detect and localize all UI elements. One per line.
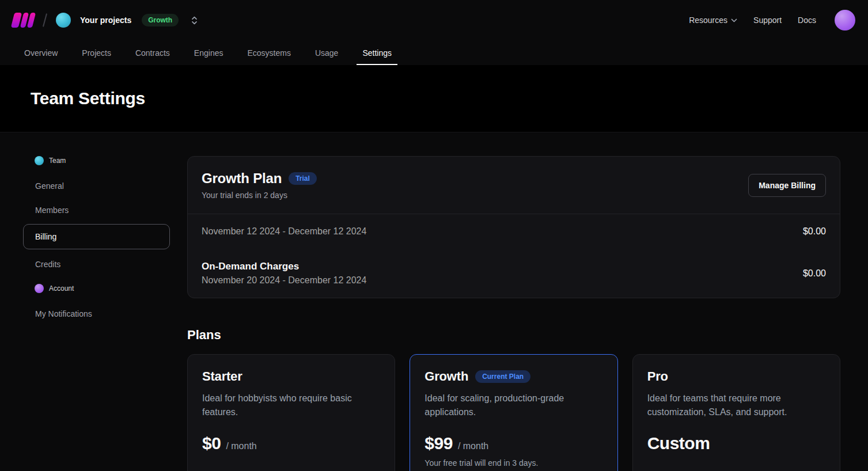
resources-menu[interactable]: Resources [689,16,737,25]
plan-description-pro: Ideal for teams that require more custom… [647,392,820,419]
plan-card-starter[interactable]: Starter Ideal for hobbyists who require … [187,354,395,471]
on-demand-period: November 20 2024 - December 12 2024 [202,275,366,286]
primary-tab-bar: Overview Projects Contracts Engines Ecos… [0,40,868,65]
billing-period: November 12 2024 - December 12 2024 [202,226,366,237]
manage-billing-button[interactable]: Manage Billing [748,174,826,197]
plan-per-growth: / month [458,441,488,451]
current-plan-badge: Current Plan [475,370,530,383]
on-demand-charges-row: On-Demand Charges November 20 2024 - Dec… [188,249,840,298]
on-demand-title: On-Demand Charges [202,261,366,272]
content-area: Team General Members Billing Credits Acc… [0,132,868,471]
user-avatar[interactable] [835,10,855,31]
tab-settings[interactable]: Settings [361,40,393,65]
on-demand-amount: $0.00 [803,268,826,279]
sidebar-item-billing[interactable]: Billing [23,224,170,249]
docs-link[interactable]: Docs [798,16,816,25]
plan-price-row: $0 / month [202,434,380,453]
sidebar-section-account: Account [23,284,170,293]
billing-period-row: November 12 2024 - December 12 2024 $0.0… [188,214,840,249]
plan-trial-note: Your free trial will end in 3 days. [424,458,602,468]
billing-summary-card: Growth Plan Trial Your trial ends in 2 d… [187,156,840,298]
support-link[interactable]: Support [753,16,782,25]
team-avatar[interactable] [56,13,71,28]
team-name[interactable]: Your projects [80,16,131,25]
tab-contracts[interactable]: Contracts [134,40,171,65]
plan-description-starter: Ideal for hobbyists who require basic fe… [202,392,375,419]
plans-heading: Plans [187,328,840,343]
plan-grid: Starter Ideal for hobbyists who require … [187,354,840,471]
on-demand-info: On-Demand Charges November 20 2024 - Dec… [202,261,366,286]
trial-badge: Trial [289,172,317,185]
team-switcher-chevrons-icon[interactable] [190,16,199,25]
team-avatar-icon [35,156,44,165]
billing-card-header: Growth Plan Trial Your trial ends in 2 d… [188,157,840,214]
settings-sidebar: Team General Members Billing Credits Acc… [23,156,170,471]
plan-price-row: $99 / month [424,434,602,453]
breadcrumb: Your projects Growth [13,13,199,28]
sidebar-spacer [23,277,170,284]
billing-amount: $0.00 [803,226,826,237]
sidebar-section-account-label: Account [49,284,74,293]
sidebar-item-general[interactable]: General [23,174,170,197]
team-plan-badge: Growth [142,14,179,26]
tab-projects[interactable]: Projects [81,40,112,65]
plan-name-starter: Starter [202,369,242,384]
sidebar-section-team: Team [23,156,170,165]
tab-usage[interactable]: Usage [314,40,339,65]
plan-card-growth[interactable]: Growth Current Plan Ideal for scaling, p… [410,354,617,471]
plan-name: Growth Plan [202,170,282,187]
plan-price-growth: $99 [424,434,453,453]
billing-plan-info: Growth Plan Trial Your trial ends in 2 d… [202,170,317,200]
billing-main: Growth Plan Trial Your trial ends in 2 d… [187,156,840,471]
top-bar: Your projects Growth Resources Support D… [0,0,868,40]
plan-name-row: Pro [647,369,825,384]
tab-ecosystems[interactable]: Ecosystems [246,40,291,65]
sidebar-item-my-notifications[interactable]: My Notifications [23,302,170,325]
sidebar-item-members[interactable]: Members [23,199,170,222]
plan-price-row: Custom [647,434,825,453]
trial-ends-text: Your trial ends in 2 days [202,191,317,200]
plan-per-starter: / month [226,441,256,451]
resources-label: Resources [689,16,727,25]
sidebar-item-credits[interactable]: Credits [23,253,170,276]
chevron-down-icon [731,18,737,22]
plan-description-growth: Ideal for scaling, production-grade appl… [424,392,597,419]
tab-overview[interactable]: Overview [23,40,59,65]
plan-price-starter: $0 [202,434,221,453]
plan-name-growth: Growth [424,369,468,384]
page-header: Team Settings [0,65,868,132]
tab-engines[interactable]: Engines [193,40,225,65]
thirdweb-logo-icon[interactable] [11,13,36,28]
plan-name-pro: Pro [647,369,668,384]
breadcrumb-slash-divider [43,13,47,27]
sidebar-section-team-label: Team [49,157,66,165]
header-nav: Resources Support Docs [689,10,855,31]
plan-card-pro[interactable]: Pro Ideal for teams that require more cu… [632,354,840,471]
billing-plan-title-row: Growth Plan Trial [202,170,317,187]
account-avatar-icon [35,284,44,293]
plan-name-row: Growth Current Plan [424,369,602,384]
plan-price-pro: Custom [647,434,710,453]
plan-name-row: Starter [202,369,380,384]
page-title: Team Settings [31,89,145,108]
